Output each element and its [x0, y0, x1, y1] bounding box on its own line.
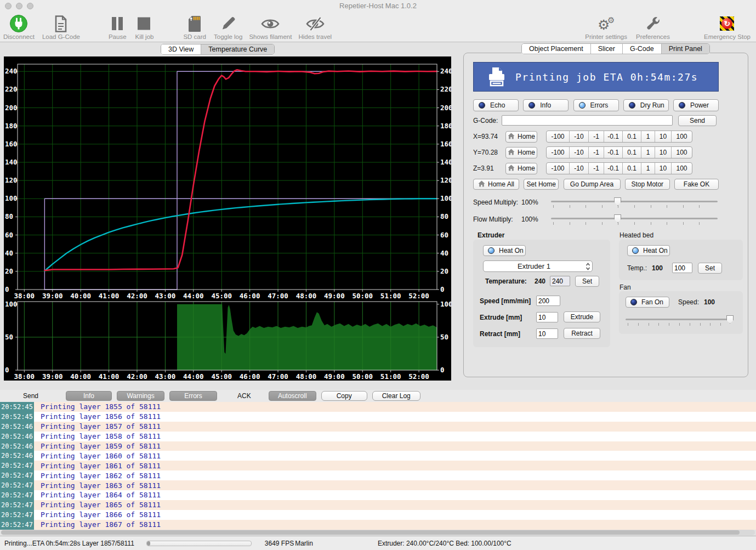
- extrude-amount-input[interactable]: [536, 312, 558, 322]
- toggle-log-button[interactable]: Toggle log: [214, 15, 242, 42]
- tab-temperature-curve[interactable]: Temperature Curve: [201, 44, 274, 54]
- bed-current-temp: 100: [652, 264, 663, 272]
- bed-heat-on-button[interactable]: Heat On: [627, 245, 670, 256]
- toggle-info-button[interactable]: Info: [523, 99, 569, 111]
- slider-thumb[interactable]: [726, 315, 734, 324]
- jog-y-10-button[interactable]: 10: [655, 147, 672, 158]
- svg-text:100: 100: [5, 300, 18, 308]
- log-timestamp: 20:52:45: [0, 412, 34, 422]
- gcode-input[interactable]: [502, 115, 673, 126]
- svg-text:0: 0: [5, 285, 9, 293]
- house-icon: [508, 165, 515, 173]
- preferences-button[interactable]: Preferences: [636, 15, 670, 42]
- speed-multiply-slider[interactable]: [550, 196, 719, 208]
- jog-x-1-button[interactable]: 1: [641, 131, 655, 142]
- extruder-speed-input[interactable]: [536, 296, 560, 306]
- extruder-set-button[interactable]: Set: [575, 276, 599, 287]
- home-x-button[interactable]: Home: [505, 131, 537, 143]
- speed-multiply-row: Speed Multiply: 100%: [473, 196, 719, 208]
- tab-object-placement[interactable]: Object Placement: [522, 44, 591, 54]
- toggle-dry-run-button[interactable]: Dry Run: [623, 99, 669, 111]
- jog-y--1-button[interactable]: -1: [589, 147, 604, 158]
- jog-z--1-button[interactable]: -1: [589, 163, 604, 174]
- toolbar-item-label: Toggle log: [214, 33, 242, 40]
- jog-z-0-1-button[interactable]: 0.1: [623, 163, 641, 174]
- emergency-stop-button[interactable]: ↻Emergency Stop: [704, 15, 751, 42]
- flow-multiply-slider[interactable]: [550, 213, 719, 225]
- jog-z--0-1-button[interactable]: -0.1: [604, 163, 623, 174]
- svg-text:0: 0: [5, 366, 9, 374]
- extruder-target-input[interactable]: [550, 276, 570, 286]
- warnings-toggle[interactable]: Warnings: [117, 391, 164, 401]
- jog-y-1-button[interactable]: 1: [641, 147, 655, 158]
- sd-card-button[interactable]: SD card: [183, 15, 206, 42]
- home-all-button[interactable]: Home All: [473, 179, 519, 190]
- printer-settings-button[interactable]: ⚙⚙Printer settings: [585, 15, 627, 42]
- bed-set-button[interactable]: Set: [698, 263, 722, 274]
- jog-x--1-button[interactable]: -1: [589, 131, 604, 142]
- tab-print-panel[interactable]: Print Panel: [662, 44, 709, 54]
- scrollbar-thumb[interactable]: [1, 530, 740, 535]
- home-y-button[interactable]: Home: [505, 147, 537, 158]
- jog-x-10-button[interactable]: 10: [655, 131, 672, 142]
- extrude-button[interactable]: Extrude: [564, 311, 600, 322]
- jog-x--100-button[interactable]: -100: [547, 131, 570, 142]
- go-dump-area-button[interactable]: Go Dump Area: [564, 179, 621, 190]
- gcode-send-button[interactable]: Send: [678, 115, 717, 126]
- jog-z-1-button[interactable]: 1: [641, 163, 655, 174]
- extruder-section-label: Extruder: [478, 231, 504, 239]
- svg-text:60: 60: [440, 231, 448, 239]
- extruder-panel: Heat On Extruder 1 Temperature: 240 Set …: [473, 240, 610, 347]
- jog-buttons-y: -100-10-1-0.10.1110100: [546, 146, 692, 158]
- toggle-errors-button[interactable]: Errors: [573, 99, 619, 111]
- jog-y-100-button[interactable]: 100: [672, 147, 692, 158]
- jog-x--10-button[interactable]: -10: [570, 131, 589, 142]
- fan-speed-slider[interactable]: [624, 314, 734, 326]
- jog-y--0-1-button[interactable]: -0.1: [604, 147, 623, 158]
- home-label: Home: [518, 149, 535, 156]
- tab-3d-view[interactable]: 3D View: [161, 44, 201, 54]
- slider-thumb[interactable]: [614, 197, 621, 206]
- svg-text:52:00: 52:00: [408, 292, 429, 300]
- copy-button[interactable]: Copy: [321, 391, 367, 401]
- clear-log-button[interactable]: Clear Log: [372, 391, 420, 401]
- jog-y-0-1-button[interactable]: 0.1: [623, 147, 641, 158]
- home-z-button[interactable]: Home: [505, 163, 537, 174]
- fan-on-button[interactable]: Fan On: [626, 297, 669, 308]
- shows-filament-button[interactable]: Shows filament: [249, 15, 292, 42]
- disconnect-button[interactable]: Disconnect: [3, 15, 35, 42]
- extruder-heat-on-button[interactable]: Heat On: [483, 245, 526, 256]
- jog-x--0-1-button[interactable]: -0.1: [604, 131, 623, 142]
- stop-motor-button[interactable]: Stop Motor: [625, 179, 670, 190]
- jog-z--100-button[interactable]: -100: [547, 163, 570, 174]
- extruder-select[interactable]: Extruder 1: [483, 260, 593, 272]
- autoscroll-toggle[interactable]: Autoscroll: [269, 391, 316, 401]
- jog-z-10-button[interactable]: 10: [655, 163, 672, 174]
- jog-x-100-button[interactable]: 100: [672, 131, 692, 142]
- toggle-power-button[interactable]: Power: [673, 99, 719, 111]
- bed-target-input[interactable]: [672, 263, 692, 273]
- ack-toggle[interactable]: ACK: [237, 392, 251, 400]
- jog-x-0-1-button[interactable]: 0.1: [623, 131, 641, 142]
- tab-slicer[interactable]: Slicer: [591, 44, 623, 54]
- slider-thumb[interactable]: [614, 214, 621, 223]
- retract-button[interactable]: Retract: [564, 328, 600, 339]
- jog-y--10-button[interactable]: -10: [570, 147, 589, 158]
- info-toggle[interactable]: Info: [66, 391, 112, 401]
- set-home-button[interactable]: Set Home: [524, 179, 559, 190]
- svg-text:51:00: 51:00: [380, 292, 401, 300]
- pause-button[interactable]: Pause: [109, 15, 127, 42]
- load-gcode-button[interactable]: Load G-Code: [42, 15, 80, 42]
- hides-travel-button[interactable]: Hides travel: [298, 15, 332, 42]
- jog-z--10-button[interactable]: -10: [570, 163, 589, 174]
- action-label: Go Dump Area: [570, 180, 613, 188]
- send-toggle[interactable]: Send: [23, 392, 38, 400]
- kill-job-button[interactable]: Kill job: [135, 15, 154, 42]
- tab-gcode[interactable]: G-Code: [623, 44, 662, 54]
- fake-ok-button[interactable]: Fake OK: [674, 179, 719, 190]
- retract-amount-input[interactable]: [536, 328, 558, 339]
- errors-toggle[interactable]: Errors: [169, 391, 217, 401]
- jog-y--100-button[interactable]: -100: [547, 147, 570, 158]
- toggle-echo-button[interactable]: Echo: [473, 99, 519, 111]
- jog-z-100-button[interactable]: 100: [672, 163, 692, 174]
